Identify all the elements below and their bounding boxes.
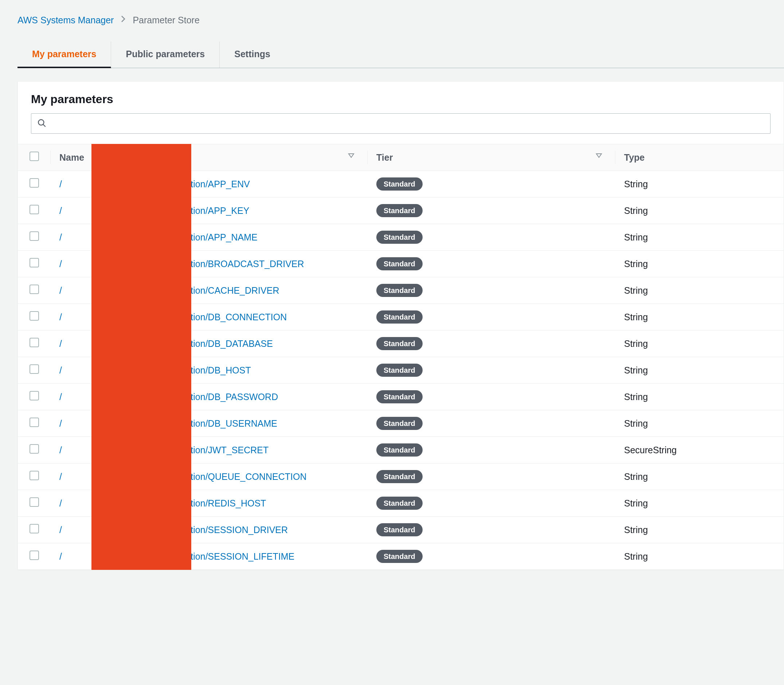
parameter-name-link[interactable]: //production/SESSION_DRIVER — [59, 525, 288, 535]
table-row: //production/DB_PASSWORD Standard String — [18, 384, 784, 410]
parameter-name-link[interactable]: //production/APP_NAME — [59, 232, 258, 242]
row-checkbox[interactable] — [29, 391, 39, 401]
row-checkbox[interactable] — [29, 338, 39, 347]
sort-icon[interactable] — [348, 152, 354, 160]
tier-badge: Standard — [377, 550, 423, 563]
panel-my-parameters: My parameters — [18, 81, 784, 570]
parameter-name-link[interactable]: //production/DB_HOST — [59, 365, 251, 375]
type-value: String — [624, 551, 648, 562]
svg-line-1 — [43, 124, 45, 127]
parameter-name-link[interactable]: //production/SESSION_LIFETIME — [59, 551, 294, 562]
column-header-name[interactable]: Name — [59, 152, 84, 162]
row-checkbox[interactable] — [29, 364, 39, 374]
parameter-name-link[interactable]: //production/DB_PASSWORD — [59, 392, 278, 402]
table-row: //production/DB_CONNECTION Standard Stri… — [18, 304, 784, 331]
column-header-type[interactable]: Type — [624, 152, 645, 162]
type-value: String — [624, 232, 648, 242]
table-row: //production/DB_USERNAME Standard String — [18, 410, 784, 437]
tier-badge: Standard — [377, 390, 423, 403]
row-checkbox[interactable] — [29, 178, 39, 188]
chevron-right-icon — [120, 15, 126, 26]
tab-my-parameters[interactable]: My parameters — [18, 42, 111, 68]
parameter-name-link[interactable]: //production/JWT_SECRET — [59, 445, 268, 455]
search-input[interactable] — [51, 119, 765, 128]
table-row: //production/APP_NAME Standard String — [18, 224, 784, 251]
breadcrumb: AWS Systems Manager Parameter Store — [18, 15, 784, 26]
type-value: SecureString — [624, 445, 677, 455]
table-row: //production/DB_DATABASE Standard String — [18, 331, 784, 357]
row-checkbox[interactable] — [29, 524, 39, 533]
breadcrumb-root-link[interactable]: AWS Systems Manager — [18, 15, 114, 26]
tier-badge: Standard — [377, 257, 423, 270]
parameter-name-link[interactable]: //production/CACHE_DRIVER — [59, 285, 279, 295]
type-value: String — [624, 525, 648, 535]
tier-badge: Standard — [377, 364, 423, 377]
sort-icon[interactable] — [596, 152, 602, 160]
table-row: //production/JWT_SECRET Standard SecureS… — [18, 437, 784, 463]
tier-badge: Standard — [377, 417, 423, 430]
row-checkbox[interactable] — [29, 284, 39, 294]
table-row: //production/DB_HOST Standard String — [18, 357, 784, 384]
type-value: String — [624, 365, 648, 375]
tier-badge: Standard — [377, 204, 423, 217]
table-row: //production/QUEUE_CONNECTION Standard S… — [18, 463, 784, 490]
tab-public-parameters[interactable]: Public parameters — [111, 42, 220, 68]
table-row: //production/REDIS_HOST Standard String — [18, 490, 784, 517]
type-value: String — [624, 179, 648, 189]
type-value: String — [624, 312, 648, 322]
row-checkbox[interactable] — [29, 417, 39, 427]
row-checkbox[interactable] — [29, 231, 39, 241]
tier-badge: Standard — [377, 443, 423, 456]
select-all-checkbox[interactable] — [29, 152, 39, 161]
parameters-table: Name Tier — [18, 144, 784, 570]
breadcrumb-current: Parameter Store — [133, 15, 199, 26]
parameter-name-link[interactable]: //production/APP_ENV — [59, 179, 250, 189]
tier-badge: Standard — [377, 497, 423, 510]
parameter-name-link[interactable]: //production/BROADCAST_DRIVER — [59, 259, 304, 269]
row-checkbox[interactable] — [29, 258, 39, 268]
tabs: My parameters Public parameters Settings — [18, 42, 784, 68]
type-value: String — [624, 418, 648, 429]
row-checkbox[interactable] — [29, 497, 39, 507]
parameter-name-link[interactable]: //production/QUEUE_CONNECTION — [59, 471, 307, 482]
tier-badge: Standard — [377, 310, 423, 323]
tier-badge: Standard — [377, 337, 423, 350]
parameter-name-link[interactable]: //production/APP_KEY — [59, 206, 250, 216]
parameter-name-link[interactable]: //production/DB_CONNECTION — [59, 312, 287, 322]
row-checkbox[interactable] — [29, 205, 39, 214]
parameter-name-link[interactable]: //production/DB_USERNAME — [59, 418, 277, 429]
row-checkbox[interactable] — [29, 550, 39, 560]
tier-badge: Standard — [377, 470, 423, 483]
table-row: //production/APP_ENV Standard String — [18, 171, 784, 198]
parameter-name-link[interactable]: //production/DB_DATABASE — [59, 339, 273, 349]
column-header-tier[interactable]: Tier — [377, 152, 393, 162]
table-row: //production/APP_KEY Standard String — [18, 198, 784, 224]
type-value: String — [624, 339, 648, 349]
search-icon — [37, 118, 47, 129]
type-value: String — [624, 392, 648, 402]
tab-settings[interactable]: Settings — [220, 42, 285, 68]
type-value: String — [624, 285, 648, 295]
tier-badge: Standard — [377, 230, 423, 244]
search-box[interactable] — [31, 113, 771, 134]
table-row: //production/BROADCAST_DRIVER Standard S… — [18, 251, 784, 277]
table-row: //production/CACHE_DRIVER Standard Strin… — [18, 277, 784, 304]
type-value: String — [624, 259, 648, 269]
type-value: String — [624, 471, 648, 482]
type-value: String — [624, 206, 648, 216]
table-row: //production/SESSION_DRIVER Standard Str… — [18, 517, 784, 543]
row-checkbox[interactable] — [29, 311, 39, 321]
parameter-name-link[interactable]: //production/REDIS_HOST — [59, 498, 266, 508]
table-row: //production/SESSION_LIFETIME Standard S… — [18, 543, 784, 570]
tier-badge: Standard — [377, 177, 423, 191]
tier-badge: Standard — [377, 284, 423, 297]
tier-badge: Standard — [377, 523, 423, 536]
svg-point-0 — [38, 120, 44, 125]
row-checkbox[interactable] — [29, 471, 39, 480]
row-checkbox[interactable] — [29, 444, 39, 454]
type-value: String — [624, 498, 648, 508]
panel-title: My parameters — [31, 93, 771, 106]
